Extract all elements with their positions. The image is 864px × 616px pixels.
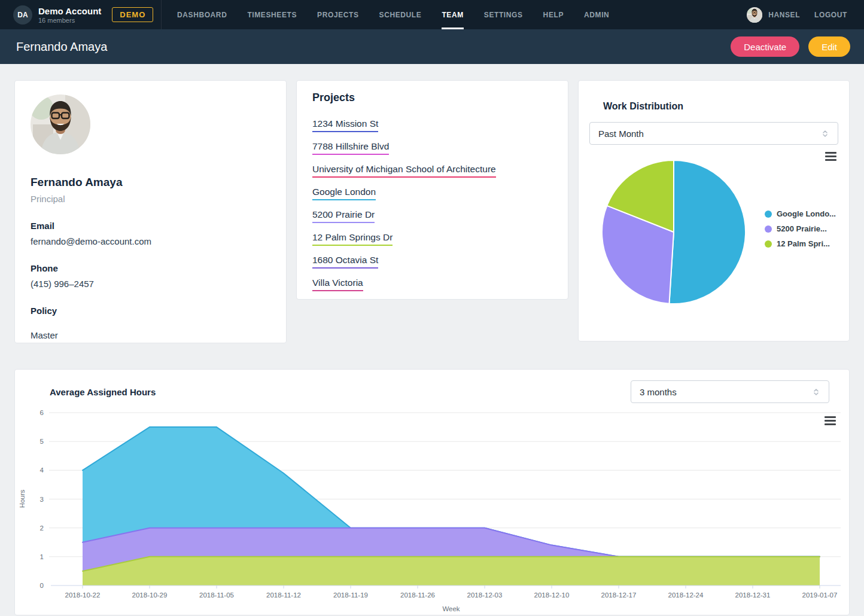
svg-text:2018-12-17: 2018-12-17: [601, 591, 637, 599]
svg-text:3: 3: [40, 496, 44, 503]
account-members: 16 members: [38, 17, 101, 24]
legend-bullet: [765, 211, 772, 218]
pie-legend: Google Londo... 5200 Prairie... 12 Palm …: [765, 209, 836, 254]
edit-button[interactable]: Edit: [808, 36, 850, 57]
svg-text:2018-12-31: 2018-12-31: [735, 591, 771, 599]
legend-item-5200-prairie[interactable]: 5200 Prairie...: [765, 224, 836, 233]
projects-title: Projects: [312, 92, 552, 104]
svg-text:6: 6: [40, 409, 44, 416]
legend-bullet: [765, 225, 772, 233]
work-distribution-pie: [601, 159, 747, 305]
svg-text:2: 2: [40, 524, 44, 532]
work-distribution-period-select[interactable]: Past Month: [589, 122, 838, 145]
main-nav: DASHBOARD TIMESHEETS PROJECTS SCHEDULE T…: [162, 0, 609, 29]
nav-item-projects[interactable]: PROJECTS: [317, 0, 358, 29]
average-assigned-hours-title: Average Assigned Hours: [50, 387, 156, 397]
account-name: Demo Account: [38, 6, 101, 16]
nav-item-settings[interactable]: SETTINGS: [484, 0, 523, 29]
svg-text:Hours: Hours: [19, 489, 26, 508]
svg-text:2019-01-07: 2019-01-07: [802, 591, 838, 599]
profile-name: Fernando Amaya: [31, 176, 270, 189]
nav-right: HANSEL LOGOUT: [747, 0, 864, 29]
top-navigation: DA Demo Account 16 members DEMO DASHBOAR…: [0, 0, 864, 29]
phone-label: Phone: [31, 263, 270, 273]
policy-value: Master: [31, 330, 270, 340]
svg-text:2018-10-22: 2018-10-22: [65, 591, 101, 599]
average-assigned-hours-card: Average Assigned Hours 3 months 2018-10-…: [14, 369, 850, 615]
nav-item-dashboard[interactable]: DASHBOARD: [177, 0, 227, 29]
svg-text:Week: Week: [442, 605, 460, 612]
chart-menu-icon[interactable]: [825, 416, 836, 425]
user-name: HANSEL: [768, 11, 800, 19]
svg-text:2018-12-03: 2018-12-03: [467, 591, 503, 599]
page-title: Fernando Amaya: [16, 40, 107, 54]
assigned-hours-period-select[interactable]: 3 months: [631, 380, 829, 403]
assigned-hours-chart: 2018-10-222018-10-292018-11-052018-11-12…: [15, 409, 849, 615]
profile-photo: [31, 94, 90, 154]
svg-text:4: 4: [40, 466, 44, 474]
phone-value: (415) 996–2457: [31, 279, 270, 289]
svg-text:1: 1: [40, 553, 44, 560]
svg-text:2018-11-05: 2018-11-05: [199, 591, 234, 599]
user-avatar: [747, 7, 762, 23]
legend-item-google-london[interactable]: Google Londo...: [765, 209, 836, 218]
nav-item-timesheets[interactable]: TIMESHEETS: [247, 0, 297, 29]
work-distribution-period-value: Past Month: [598, 129, 644, 139]
nav-item-team[interactable]: TEAM: [442, 0, 463, 29]
account-switcher[interactable]: DA Demo Account 16 members DEMO: [0, 0, 162, 29]
project-link-7788-hillshire-blvd[interactable]: 7788 Hillshire Blvd: [312, 141, 389, 155]
logout-link[interactable]: LOGOUT: [814, 11, 847, 19]
header-actions: Deactivate Edit: [731, 36, 850, 57]
chart-menu-icon[interactable]: [825, 152, 836, 161]
chevron-updown-icon: [821, 129, 829, 138]
project-link-1234-mission-st[interactable]: 1234 Mission St: [312, 118, 378, 132]
deactivate-button[interactable]: Deactivate: [731, 36, 799, 57]
page-header: Fernando Amaya Deactivate Edit: [0, 29, 864, 64]
svg-text:2018-11-12: 2018-11-12: [266, 591, 301, 599]
nav-item-admin[interactable]: ADMIN: [584, 0, 609, 29]
user-menu[interactable]: HANSEL: [747, 7, 800, 23]
email-label: Email: [31, 221, 270, 231]
profile-role: Principal: [31, 194, 270, 204]
work-distribution-chart-area: Google Londo... 5200 Prairie... 12 Palm …: [579, 150, 849, 329]
project-link-12-palm-springs-dr[interactable]: 12 Palm Springs Dr: [312, 232, 393, 246]
svg-text:2018-12-24: 2018-12-24: [668, 591, 704, 599]
project-link-google-london[interactable]: Google London: [312, 187, 376, 200]
work-distribution-card: Work Distribution Past Month Google Lond…: [578, 80, 850, 341]
projects-card: Projects 1234 Mission St 7788 Hillshire …: [296, 80, 568, 300]
demo-badge: DEMO: [112, 7, 153, 22]
project-link-1680-octavia-st[interactable]: 1680 Octavia St: [312, 255, 378, 269]
policy-label: Policy: [31, 306, 270, 316]
assigned-hours-chart-area: 2018-10-222018-10-292018-11-052018-11-12…: [15, 409, 849, 615]
profile-card: Fernando Amaya Principal Email fernando@…: [14, 80, 287, 343]
svg-text:2018-10-29: 2018-10-29: [132, 591, 168, 599]
nav-item-schedule[interactable]: SCHEDULE: [379, 0, 422, 29]
svg-text:2018-12-10: 2018-12-10: [534, 591, 570, 599]
account-avatar: DA: [13, 5, 32, 25]
work-distribution-title: Work Distribution: [603, 101, 838, 112]
main-content: Fernando Amaya Principal Email fernando@…: [0, 64, 864, 615]
legend-bullet: [765, 240, 772, 248]
project-link-villa-victoria[interactable]: Villa Victoria: [312, 277, 363, 291]
email-value: fernando@demo-account.com: [31, 236, 270, 246]
svg-text:0: 0: [40, 582, 44, 589]
legend-item-12-palm-springs[interactable]: 12 Palm Spri...: [765, 239, 836, 248]
account-info: Demo Account 16 members: [38, 6, 101, 24]
chevron-updown-icon: [812, 388, 820, 396]
project-link-5200-prairie-dr[interactable]: 5200 Prairie Dr: [312, 209, 375, 223]
nav-item-help[interactable]: HELP: [543, 0, 564, 29]
svg-text:5: 5: [40, 438, 44, 445]
svg-text:2018-11-26: 2018-11-26: [400, 591, 435, 599]
project-link-university-of-michigan[interactable]: University of Michigan School of Archite…: [312, 164, 496, 178]
svg-text:2018-11-19: 2018-11-19: [333, 591, 368, 599]
assigned-hours-period-value: 3 months: [640, 387, 677, 397]
